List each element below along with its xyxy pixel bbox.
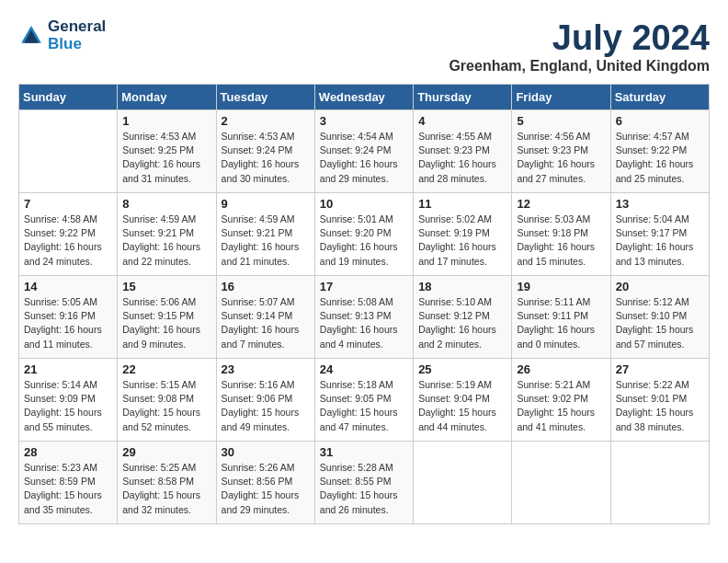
day-info: Sunrise: 5:21 AM Sunset: 9:02 PM Dayligh… <box>517 378 605 434</box>
day-number: 26 <box>517 362 605 376</box>
calendar-cell: 29Sunrise: 5:25 AM Sunset: 8:58 PM Dayli… <box>118 442 216 524</box>
calendar-cell: 12Sunrise: 5:03 AM Sunset: 9:18 PM Dayli… <box>512 193 610 276</box>
header-row: SundayMondayTuesdayWednesdayThursdayFrid… <box>19 85 710 110</box>
day-number: 17 <box>320 280 408 293</box>
calendar-cell: 3Sunrise: 4:54 AM Sunset: 9:24 PM Daylig… <box>314 110 413 193</box>
calendar-cell: 30Sunrise: 5:26 AM Sunset: 8:56 PM Dayli… <box>216 442 314 524</box>
logo: General Blue <box>18 18 106 52</box>
calendar-cell: 26Sunrise: 5:21 AM Sunset: 9:02 PM Dayli… <box>512 359 610 442</box>
month-title: July 2024 <box>449 18 710 58</box>
day-info: Sunrise: 5:18 AM Sunset: 9:05 PM Dayligh… <box>320 378 408 434</box>
day-number: 2 <box>222 114 310 128</box>
day-info: Sunrise: 4:59 AM Sunset: 9:21 PM Dayligh… <box>222 213 310 269</box>
day-number: 28 <box>24 445 112 459</box>
week-row-3: 14Sunrise: 5:05 AM Sunset: 9:16 PM Dayli… <box>19 276 710 359</box>
day-number: 9 <box>222 197 310 211</box>
calendar-cell: 10Sunrise: 5:01 AM Sunset: 9:20 PM Dayli… <box>314 193 413 276</box>
calendar-cell <box>19 110 118 193</box>
logo-icon <box>18 23 44 49</box>
day-info: Sunrise: 5:07 AM Sunset: 9:14 PM Dayligh… <box>222 295 310 351</box>
calendar-cell: 20Sunrise: 5:12 AM Sunset: 9:10 PM Dayli… <box>610 276 709 359</box>
day-number: 13 <box>616 197 704 211</box>
week-row-2: 7Sunrise: 4:58 AM Sunset: 9:22 PM Daylig… <box>19 193 710 276</box>
calendar-cell: 5Sunrise: 4:56 AM Sunset: 9:23 PM Daylig… <box>512 110 610 193</box>
calendar-cell: 28Sunrise: 5:23 AM Sunset: 8:59 PM Dayli… <box>19 442 118 524</box>
day-number: 18 <box>418 280 506 293</box>
day-number: 29 <box>122 445 210 459</box>
calendar-table: SundayMondayTuesdayWednesdayThursdayFrid… <box>18 84 710 524</box>
day-number: 21 <box>24 362 112 376</box>
header-wednesday: Wednesday <box>314 85 413 110</box>
title-block: July 2024 Greenham, England, United King… <box>449 18 710 75</box>
logo-line1: General <box>48 18 106 36</box>
page-header: General Blue July 2024 Greenham, England… <box>18 18 710 75</box>
calendar-cell: 14Sunrise: 5:05 AM Sunset: 9:16 PM Dayli… <box>19 276 118 359</box>
calendar-cell: 19Sunrise: 5:11 AM Sunset: 9:11 PM Dayli… <box>512 276 610 359</box>
day-number: 6 <box>616 114 704 128</box>
day-info: Sunrise: 5:03 AM Sunset: 9:18 PM Dayligh… <box>517 213 605 269</box>
day-info: Sunrise: 5:11 AM Sunset: 9:11 PM Dayligh… <box>517 295 605 351</box>
day-info: Sunrise: 4:59 AM Sunset: 9:21 PM Dayligh… <box>122 213 210 269</box>
calendar-cell: 22Sunrise: 5:15 AM Sunset: 9:08 PM Dayli… <box>118 359 216 442</box>
day-number: 31 <box>320 445 408 459</box>
calendar-cell: 16Sunrise: 5:07 AM Sunset: 9:14 PM Dayli… <box>216 276 314 359</box>
day-info: Sunrise: 5:25 AM Sunset: 8:58 PM Dayligh… <box>122 461 210 517</box>
calendar-cell: 9Sunrise: 4:59 AM Sunset: 9:21 PM Daylig… <box>216 193 314 276</box>
day-number: 5 <box>517 114 605 128</box>
location: Greenham, England, United Kingdom <box>449 58 710 75</box>
day-info: Sunrise: 4:55 AM Sunset: 9:23 PM Dayligh… <box>418 130 506 186</box>
day-info: Sunrise: 5:05 AM Sunset: 9:16 PM Dayligh… <box>24 295 112 351</box>
day-number: 30 <box>222 445 310 459</box>
day-number: 11 <box>418 197 506 211</box>
day-info: Sunrise: 5:10 AM Sunset: 9:12 PM Dayligh… <box>418 295 506 351</box>
day-number: 15 <box>122 280 210 293</box>
calendar-cell: 7Sunrise: 4:58 AM Sunset: 9:22 PM Daylig… <box>19 193 118 276</box>
day-number: 23 <box>222 362 310 376</box>
calendar-cell: 25Sunrise: 5:19 AM Sunset: 9:04 PM Dayli… <box>414 359 512 442</box>
day-info: Sunrise: 5:23 AM Sunset: 8:59 PM Dayligh… <box>24 461 112 517</box>
header-saturday: Saturday <box>610 85 709 110</box>
day-number: 14 <box>24 280 112 293</box>
day-info: Sunrise: 5:12 AM Sunset: 9:10 PM Dayligh… <box>616 295 704 351</box>
calendar-cell: 24Sunrise: 5:18 AM Sunset: 9:05 PM Dayli… <box>314 359 413 442</box>
day-info: Sunrise: 4:53 AM Sunset: 9:24 PM Dayligh… <box>222 130 310 186</box>
calendar-cell <box>610 442 709 524</box>
day-info: Sunrise: 5:02 AM Sunset: 9:19 PM Dayligh… <box>418 213 506 269</box>
day-number: 3 <box>320 114 408 128</box>
calendar-cell: 13Sunrise: 5:04 AM Sunset: 9:17 PM Dayli… <box>610 193 709 276</box>
day-info: Sunrise: 4:54 AM Sunset: 9:24 PM Dayligh… <box>320 130 408 186</box>
header-friday: Friday <box>512 85 610 110</box>
calendar-cell: 31Sunrise: 5:28 AM Sunset: 8:55 PM Dayli… <box>314 442 413 524</box>
day-info: Sunrise: 4:56 AM Sunset: 9:23 PM Dayligh… <box>517 130 605 186</box>
day-info: Sunrise: 5:16 AM Sunset: 9:06 PM Dayligh… <box>222 378 310 434</box>
calendar-cell: 8Sunrise: 4:59 AM Sunset: 9:21 PM Daylig… <box>118 193 216 276</box>
day-number: 7 <box>24 197 112 211</box>
day-number: 19 <box>517 280 605 293</box>
day-number: 25 <box>418 362 506 376</box>
day-number: 27 <box>616 362 704 376</box>
day-info: Sunrise: 5:08 AM Sunset: 9:13 PM Dayligh… <box>320 295 408 351</box>
day-info: Sunrise: 5:19 AM Sunset: 9:04 PM Dayligh… <box>418 378 506 434</box>
calendar-cell: 21Sunrise: 5:14 AM Sunset: 9:09 PM Dayli… <box>19 359 118 442</box>
day-number: 12 <box>517 197 605 211</box>
day-info: Sunrise: 4:57 AM Sunset: 9:22 PM Dayligh… <box>616 130 704 186</box>
day-info: Sunrise: 5:26 AM Sunset: 8:56 PM Dayligh… <box>222 461 310 517</box>
calendar-cell: 27Sunrise: 5:22 AM Sunset: 9:01 PM Dayli… <box>610 359 709 442</box>
calendar-cell: 4Sunrise: 4:55 AM Sunset: 9:23 PM Daylig… <box>414 110 512 193</box>
day-info: Sunrise: 5:06 AM Sunset: 9:15 PM Dayligh… <box>122 295 210 351</box>
day-info: Sunrise: 5:04 AM Sunset: 9:17 PM Dayligh… <box>616 213 704 269</box>
header-tuesday: Tuesday <box>216 85 314 110</box>
week-row-5: 28Sunrise: 5:23 AM Sunset: 8:59 PM Dayli… <box>19 442 710 524</box>
calendar-cell: 17Sunrise: 5:08 AM Sunset: 9:13 PM Dayli… <box>314 276 413 359</box>
week-row-4: 21Sunrise: 5:14 AM Sunset: 9:09 PM Dayli… <box>19 359 710 442</box>
calendar-cell <box>414 442 512 524</box>
day-info: Sunrise: 5:14 AM Sunset: 9:09 PM Dayligh… <box>24 378 112 434</box>
week-row-1: 1Sunrise: 4:53 AM Sunset: 9:25 PM Daylig… <box>19 110 710 193</box>
logo-line2: Blue <box>48 36 106 53</box>
day-info: Sunrise: 4:58 AM Sunset: 9:22 PM Dayligh… <box>24 213 112 269</box>
calendar-cell: 1Sunrise: 4:53 AM Sunset: 9:25 PM Daylig… <box>118 110 216 193</box>
header-thursday: Thursday <box>414 85 512 110</box>
day-number: 24 <box>320 362 408 376</box>
calendar-cell: 15Sunrise: 5:06 AM Sunset: 9:15 PM Dayli… <box>118 276 216 359</box>
day-number: 20 <box>616 280 704 293</box>
